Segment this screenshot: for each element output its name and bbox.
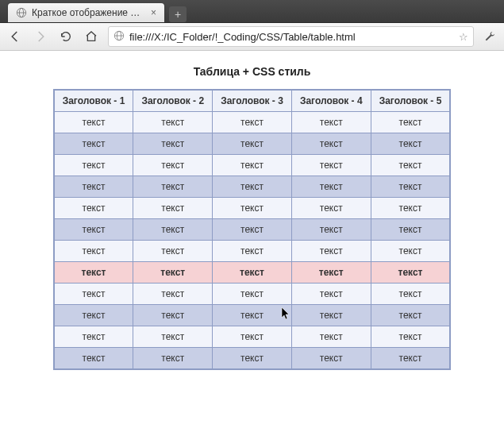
table-cell: текст bbox=[54, 284, 133, 305]
table-cell: текст bbox=[371, 198, 450, 219]
table-cell: текст bbox=[291, 133, 371, 155]
table-cell: текст bbox=[54, 155, 133, 176]
table-cell: текст bbox=[291, 262, 371, 284]
table-row[interactable]: тексттексттексттексттекст bbox=[54, 284, 451, 305]
forward-button[interactable] bbox=[32, 28, 49, 45]
tab-strip: Краткое отображение зака × + bbox=[0, 0, 504, 23]
bookmark-star-icon[interactable]: ☆ bbox=[459, 31, 468, 43]
styled-table: Заголовок - 1Заголовок - 2Заголовок - 3З… bbox=[53, 89, 452, 370]
table-row[interactable]: тексттексттексттексттекст bbox=[54, 198, 451, 219]
table-row[interactable]: тексттексттексттексттекст bbox=[54, 133, 451, 155]
table-cell: текст bbox=[54, 112, 133, 133]
settings-wrench-icon[interactable] bbox=[482, 30, 498, 43]
table-row[interactable]: тексттексттексттексттекст bbox=[54, 348, 451, 370]
table-cell: текст bbox=[133, 155, 213, 176]
table-caption: Таблица + CSS стиль bbox=[194, 65, 311, 78]
table-cell: текст bbox=[371, 348, 450, 370]
close-icon[interactable]: × bbox=[151, 7, 156, 18]
table-cell: текст bbox=[213, 155, 292, 176]
table-cell: текст bbox=[371, 262, 450, 284]
table-cell: текст bbox=[213, 262, 292, 284]
tab-title: Краткое отображение зака bbox=[32, 7, 143, 18]
table-cell: текст bbox=[291, 348, 371, 370]
table-cell: текст bbox=[371, 176, 450, 198]
table-cell: текст bbox=[133, 284, 213, 305]
table-cell: текст bbox=[291, 326, 371, 348]
table-cell: текст bbox=[213, 241, 292, 262]
table-cell: текст bbox=[213, 198, 292, 219]
table-cell: текст bbox=[213, 284, 292, 305]
browser-tab[interactable]: Краткое отображение зака × bbox=[8, 3, 164, 22]
col-header-1: Заголовок - 1 bbox=[54, 90, 133, 112]
table-cell: текст bbox=[213, 219, 292, 241]
table-cell: текст bbox=[213, 326, 292, 348]
table-cell: текст bbox=[371, 112, 450, 133]
table-cell: текст bbox=[291, 155, 371, 176]
table-row[interactable]: тексттексттексттексттекст bbox=[54, 219, 451, 241]
table-row[interactable]: тексттексттексттексттекст bbox=[54, 326, 451, 348]
new-tab-button[interactable]: + bbox=[169, 6, 187, 22]
table-cell: текст bbox=[54, 348, 133, 370]
reload-button[interactable] bbox=[57, 28, 75, 45]
table-cell: текст bbox=[54, 176, 133, 198]
table-cell: текст bbox=[54, 262, 133, 284]
table-cell: текст bbox=[133, 112, 213, 133]
table-cell: текст bbox=[371, 326, 450, 348]
table-row[interactable]: тексттексттексттексттекст bbox=[54, 155, 451, 176]
table-cell: текст bbox=[213, 348, 292, 370]
table-cell: текст bbox=[213, 305, 292, 326]
table-cell: текст bbox=[371, 305, 450, 326]
table-cell: текст bbox=[133, 198, 213, 219]
col-header-3: Заголовок - 3 bbox=[213, 90, 292, 112]
col-header-2: Заголовок - 2 bbox=[133, 90, 213, 112]
table-cell: текст bbox=[133, 326, 213, 348]
address-bar[interactable]: file:///X:/IC_Folder/!_Coding/CSS/Table/… bbox=[108, 26, 474, 47]
table-cell: текст bbox=[133, 348, 213, 370]
table-cell: текст bbox=[133, 305, 213, 326]
table-cell: текст bbox=[133, 176, 213, 198]
table-cell: текст bbox=[54, 219, 133, 241]
table-cell: текст bbox=[371, 241, 450, 262]
table-cell: текст bbox=[371, 284, 450, 305]
table-cell: текст bbox=[133, 133, 213, 155]
table-cell: текст bbox=[291, 305, 371, 326]
col-header-4: Заголовок - 4 bbox=[291, 90, 371, 112]
globe-icon bbox=[16, 7, 27, 18]
table-row[interactable]: тексттексттексттексттекст bbox=[54, 241, 451, 262]
table-cell: текст bbox=[371, 219, 450, 241]
table-cell: текст bbox=[291, 241, 371, 262]
table-row[interactable]: тексттексттексттексттекст bbox=[54, 176, 451, 198]
table-cell: текст bbox=[54, 326, 133, 348]
table-cell: текст bbox=[133, 262, 213, 284]
table-row[interactable]: тексттексттексттексттекст bbox=[54, 305, 451, 326]
globe-icon bbox=[113, 30, 125, 44]
table-cell: текст bbox=[213, 112, 292, 133]
table-cell: текст bbox=[371, 133, 450, 155]
table-cell: текст bbox=[54, 241, 133, 262]
table-cell: текст bbox=[213, 133, 292, 155]
table-cell: текст bbox=[213, 176, 292, 198]
table-cell: текст bbox=[371, 155, 450, 176]
table-row[interactable]: тексттексттексттексттекст bbox=[54, 112, 451, 133]
table-cell: текст bbox=[133, 219, 213, 241]
toolbar: file:///X:/IC_Folder/!_Coding/CSS/Table/… bbox=[0, 23, 504, 51]
table-cell: текст bbox=[291, 176, 371, 198]
table-cell: текст bbox=[54, 198, 133, 219]
col-header-5: Заголовок - 5 bbox=[371, 90, 450, 112]
table-cell: текст bbox=[54, 133, 133, 155]
table-cell: текст bbox=[133, 241, 213, 262]
back-button[interactable] bbox=[6, 28, 24, 45]
table-cell: текст bbox=[291, 112, 371, 133]
url-text: file:///X:/IC_Folder/!_Coding/CSS/Table/… bbox=[129, 31, 356, 43]
home-button[interactable] bbox=[83, 28, 100, 45]
page-viewport: Таблица + CSS стиль Заголовок - 1Заголов… bbox=[0, 51, 504, 432]
table-cell: текст bbox=[54, 305, 133, 326]
table-cell: текст bbox=[291, 219, 371, 241]
table-row[interactable]: тексттексттексттексттекст bbox=[54, 262, 451, 284]
table-cell: текст bbox=[291, 198, 371, 219]
table-cell: текст bbox=[291, 284, 371, 305]
